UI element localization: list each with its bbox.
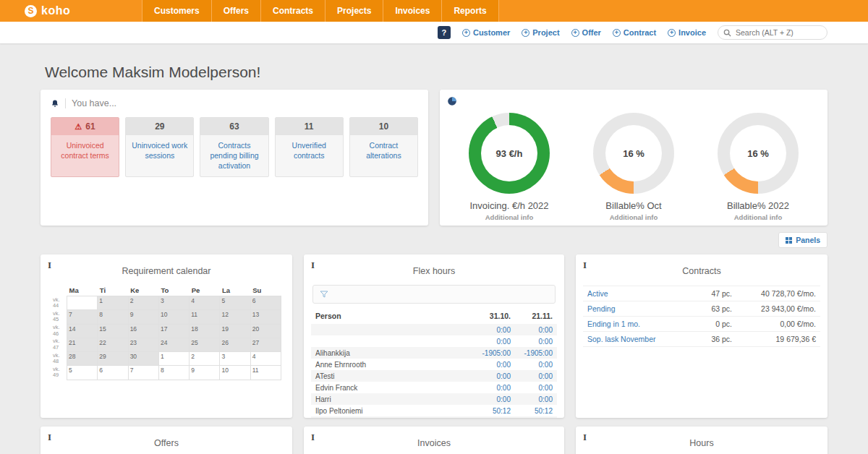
calendar-day-cell[interactable]: 10	[158, 310, 189, 324]
calendar-day-cell[interactable]: 27	[250, 338, 281, 351]
nav-item-reports[interactable]: Reports	[442, 0, 498, 22]
panel-title: Hours	[689, 438, 713, 448]
koho-logo[interactable]: S koho	[0, 0, 142, 22]
drag-handle-icon[interactable]: I	[48, 260, 51, 270]
calendar-day-cell[interactable]: 22	[98, 338, 128, 351]
calendar-day-cell[interactable]: 9	[190, 366, 220, 380]
calendar-day-cell[interactable]: 4	[190, 296, 220, 310]
flex-value[interactable]: -1905:00	[515, 347, 557, 359]
panels-toolbar: Panels	[41, 232, 827, 248]
search-input[interactable]	[718, 25, 827, 40]
page-title: Welcome Maksim Modelperson!	[45, 64, 827, 81]
flex-filter-bar[interactable]	[312, 285, 556, 304]
flex-value[interactable]: 0:00	[473, 393, 515, 405]
calendar-day-cell[interactable]: 20	[250, 324, 281, 338]
calendar-day-cell[interactable]: 1	[98, 296, 128, 310]
quick-add-customer[interactable]: +Customer	[462, 28, 510, 37]
calendar-day-cell[interactable]: 8	[98, 310, 128, 324]
quick-add-contract[interactable]: +Contract	[613, 28, 656, 37]
calendar-day-cell[interactable]: 2	[128, 296, 158, 310]
nav-item-projects[interactable]: Projects	[326, 0, 383, 22]
calendar-week-row: vk. 44123456	[51, 296, 281, 310]
nav-item-offers[interactable]: Offers	[212, 0, 261, 22]
calendar-day-cell[interactable]: 23	[128, 338, 158, 351]
flex-value[interactable]: 50:12	[473, 405, 515, 416]
quick-add-offer[interactable]: +Offer	[571, 28, 601, 37]
calendar-day-cell[interactable]: 7	[128, 366, 158, 380]
contract-category-link[interactable]: Active	[583, 286, 684, 301]
calendar-day-cell[interactable]: 1	[158, 352, 189, 366]
quick-add-project[interactable]: +Project	[522, 28, 559, 37]
nav-item-customers[interactable]: Customers	[142, 0, 212, 22]
flex-hours-panel: I Flex hours Person31.10.21.11.0:000:000…	[304, 254, 564, 418]
stat-uninvoiced-work-sessions[interactable]: 29Uninvoiced work sessions	[125, 117, 194, 177]
calendar-day-cell[interactable]: 17	[158, 324, 189, 338]
drag-handle-icon[interactable]: I	[48, 432, 51, 442]
calendar-day-cell[interactable]: 13	[250, 310, 281, 324]
contract-category-link[interactable]: Ending in 1 mo.	[583, 317, 684, 332]
calendar-day-cell[interactable]: 24	[158, 338, 189, 351]
calendar-day-cell[interactable]: 5	[220, 296, 250, 310]
drag-handle-icon[interactable]: I	[583, 432, 587, 442]
calendar-day-cell[interactable]: 30	[128, 352, 158, 366]
calendar-day-cell[interactable]: 21	[67, 338, 98, 351]
flex-value[interactable]: 0:00	[515, 393, 557, 405]
drag-handle-icon[interactable]: I	[311, 432, 315, 442]
calendar-day-cell[interactable]: 28	[67, 352, 98, 366]
flex-value[interactable]: 0:00	[515, 335, 557, 347]
panels-button[interactable]: Panels	[778, 232, 827, 248]
calendar-day-cell[interactable]: 15	[98, 324, 128, 338]
calendar-day-cell[interactable]: 29	[98, 352, 128, 366]
drag-handle-icon[interactable]: I	[583, 260, 587, 270]
stat-unverified-contracts[interactable]: 11Unverified contracts	[275, 117, 344, 177]
calendar-day-cell[interactable]: 2	[190, 352, 220, 366]
calendar-day-cell[interactable]: 3	[220, 352, 250, 366]
nav-item-invoices[interactable]: Invoices	[383, 0, 442, 22]
calendar-day-cell[interactable]	[67, 296, 98, 310]
calendar-day-cell[interactable]: 6	[98, 366, 128, 380]
flex-value[interactable]: 0:00	[473, 382, 515, 393]
search-box[interactable]	[718, 25, 827, 40]
help-button[interactable]: ?	[438, 26, 451, 39]
quick-add-invoice[interactable]: +Invoice	[668, 28, 706, 37]
flex-value[interactable]: 0:00	[515, 324, 557, 335]
flex-value[interactable]: 0:00	[515, 359, 557, 370]
calendar-day-cell[interactable]: 26	[220, 338, 250, 351]
flex-value[interactable]: 0:00	[515, 370, 557, 382]
calendar-day-cell[interactable]: 18	[190, 324, 220, 338]
nav-item-contracts[interactable]: Contracts	[261, 0, 326, 22]
stat-contracts-pending-billing-activation[interactable]: 63Contracts pending billing activation	[200, 117, 268, 177]
calendar-day-cell[interactable]: 19	[220, 324, 250, 338]
calendar-day-cell[interactable]: 8	[158, 366, 189, 380]
drag-handle-icon[interactable]: I	[311, 260, 315, 270]
flex-value[interactable]: 50:12	[515, 405, 557, 416]
stat-contract-alterations[interactable]: 10Contract alterations	[349, 117, 418, 177]
flex-value[interactable]: 0:00	[473, 416, 515, 418]
contract-category-link[interactable]: Sop. lask November	[583, 332, 684, 347]
calendar-day-cell[interactable]: 25	[190, 338, 220, 351]
calendar-day-cell[interactable]: 11	[190, 310, 220, 324]
flex-value[interactable]: 0:00	[473, 324, 515, 335]
calendar-day-cell[interactable]: 10	[220, 366, 250, 380]
calendar-day-cell[interactable]: 11	[250, 366, 281, 380]
calendar-day-cell[interactable]: 16	[128, 324, 158, 338]
flex-value[interactable]: 0:00	[515, 416, 557, 418]
calendar-day-cell[interactable]: 12	[220, 310, 250, 324]
flex-value[interactable]: 0:00	[473, 359, 515, 370]
calendar-day-cell[interactable]: 4	[250, 352, 281, 366]
calendar-day-cell[interactable]: 6	[250, 296, 281, 310]
flex-value[interactable]: 0:00	[473, 335, 515, 347]
koho-logo-icon: S	[25, 5, 37, 17]
calendar-day-cell[interactable]: 5	[67, 366, 98, 380]
flex-value[interactable]: -1905:00	[473, 347, 515, 359]
person-name: Alihankkija	[311, 347, 473, 359]
flex-value[interactable]: 0:00	[473, 370, 515, 382]
flex-value[interactable]: 0:00	[515, 382, 557, 393]
person-name: Jani Lehtinen	[311, 416, 473, 418]
contract-category-link[interactable]: Pending	[583, 301, 684, 317]
calendar-day-cell[interactable]: 9	[128, 310, 158, 324]
stat-uninvoiced-contract-terms[interactable]: ⚠61Uninvoiced contract terms	[51, 117, 119, 177]
calendar-day-cell[interactable]: 3	[158, 296, 189, 310]
calendar-day-cell[interactable]: 7	[67, 310, 98, 324]
calendar-day-cell[interactable]: 14	[67, 324, 98, 338]
